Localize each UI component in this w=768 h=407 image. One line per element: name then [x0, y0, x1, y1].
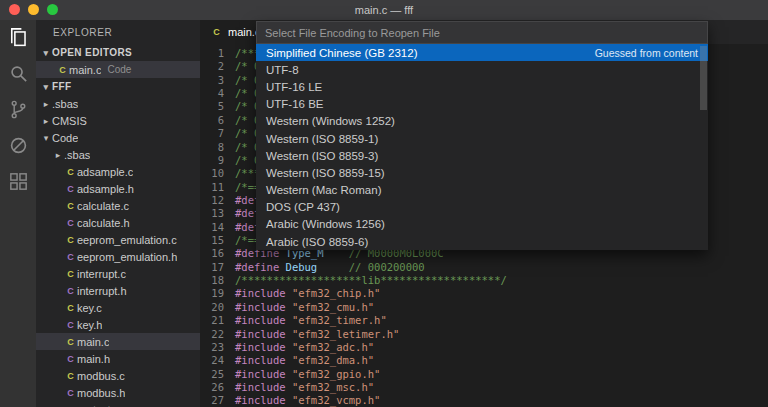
tree-item-label: key.c [77, 302, 102, 314]
encoding-option-label: UTF-8 [266, 64, 299, 76]
close-button[interactable] [9, 4, 20, 15]
code-text: #include "efm32_timer.h" [235, 314, 387, 327]
root-folder-label: FFF [52, 81, 72, 92]
tree-item-label: .sbas [52, 98, 78, 110]
file-interrupt.c[interactable]: Cinterrupt.c [36, 265, 200, 282]
line-number: 25 [200, 368, 224, 381]
encoding-option-label: UTF-16 LE [266, 81, 322, 93]
line-number: 24 [200, 354, 224, 367]
encoding-option[interactable]: Western (ISO 8859-15) [256, 164, 708, 181]
file-modbus.c[interactable]: Cmodbus.c [36, 367, 200, 384]
line-number: 11 [200, 181, 224, 194]
chevron-right-icon: ▸ [52, 150, 64, 160]
code-line[interactable]: 23#include "efm32_adc.h" [200, 341, 768, 354]
explorer-header: EXPLORER [36, 20, 200, 44]
encoding-option-description: Guessed from content [595, 47, 698, 59]
root-folder-header[interactable]: ▾ FFF [36, 78, 200, 95]
code-line[interactable]: 17#define Debug // 000200000 [200, 261, 768, 274]
code-line[interactable]: 22#include "efm32_letimer.h" [200, 328, 768, 341]
encoding-option[interactable]: Western (ISO 8859-1) [256, 130, 708, 147]
file-key.c[interactable]: Ckey.c [36, 299, 200, 316]
code-line[interactable]: 21#include "efm32_timer.h" [200, 314, 768, 327]
line-number: 21 [200, 314, 224, 327]
c-file-icon: C [64, 337, 77, 347]
open-editor-item[interactable]: Cmain.cCode [36, 61, 200, 78]
encoding-option-label: Western (Windows 1252) [266, 115, 395, 127]
chevron-right-icon: ▸ [40, 116, 52, 126]
minimize-button[interactable] [28, 4, 39, 15]
line-number: 17 [200, 261, 224, 274]
encoding-option[interactable]: UTF-16 BE [256, 96, 708, 113]
open-editors-section-header[interactable]: ▾ OPEN EDITORS [36, 44, 200, 61]
file-main.h[interactable]: Cmain.h [36, 350, 200, 367]
zoom-button[interactable] [47, 4, 58, 15]
search-icon[interactable] [7, 62, 30, 85]
explorer-sidebar: EXPLORER ▾ OPEN EDITORS Cmain.cCode ▾ FF… [36, 20, 200, 407]
file-protect.c[interactable]: Cprotect.c [36, 401, 200, 407]
code-text: #include "efm32_adc.h" [235, 341, 374, 354]
code-line[interactable]: 19#include "efm32_chip.h" [200, 287, 768, 300]
h-file-icon: C [64, 218, 77, 228]
encoding-option-label: Simplified Chinese (GB 2312) [266, 47, 418, 59]
code-text: #include "efm32_msc.h" [235, 381, 374, 394]
code-line[interactable]: 24#include "efm32_dma.h" [200, 354, 768, 367]
code-line[interactable]: 26#include "efm32_msc.h" [200, 381, 768, 394]
extensions-icon[interactable] [7, 170, 30, 193]
line-number: 10 [200, 167, 224, 180]
encoding-option[interactable]: Western (Windows 1252) [256, 113, 708, 130]
folder-.sbas[interactable]: ▸.sbas [36, 95, 200, 112]
encoding-option-label: Western (ISO 8859-3) [266, 150, 378, 162]
encoding-option-label: Western (Mac Roman) [266, 184, 381, 196]
line-number: 27 [200, 394, 224, 407]
file-main.c[interactable]: Cmain.c [36, 333, 200, 350]
encoding-option[interactable]: Simplified Chinese (GB 2312)Guessed from… [256, 44, 708, 61]
file-calculate.h[interactable]: Ccalculate.h [36, 214, 200, 231]
encoding-option[interactable]: DOS (CP 437) [256, 199, 708, 216]
folder-CMSIS[interactable]: ▸CMSIS [36, 112, 200, 129]
source-control-icon[interactable] [7, 98, 30, 121]
h-file-icon: C [64, 286, 77, 296]
c-file-icon: C [64, 303, 77, 313]
encoding-option[interactable]: Western (Mac Roman) [256, 182, 708, 199]
tree-item-label: protect.c [77, 404, 119, 407]
quick-pick-input[interactable]: Select File Encoding to Reopen File [256, 21, 708, 44]
line-number: 5 [200, 100, 224, 113]
encoding-option[interactable]: UTF-8 [256, 61, 708, 78]
file-eeprom_emulation.h[interactable]: Ceeprom_emulation.h [36, 248, 200, 265]
tree-item-label: main.c [77, 336, 109, 348]
explorer-icon[interactable] [7, 26, 30, 49]
file-eeprom_emulation.c[interactable]: Ceeprom_emulation.c [36, 231, 200, 248]
folder-Code[interactable]: ▾Code [36, 129, 200, 146]
file-interrupt.h[interactable]: Cinterrupt.h [36, 282, 200, 299]
encoding-option[interactable]: UTF-16 LE [256, 78, 708, 95]
file-adsample.c[interactable]: Cadsample.c [36, 163, 200, 180]
encoding-option[interactable]: Arabic (ISO 8859-6) [256, 233, 708, 250]
tree-item-label: calculate.h [77, 217, 130, 229]
folder-.sbas[interactable]: ▸.sbas [36, 146, 200, 163]
c-file-icon: C [64, 269, 77, 279]
encoding-quick-pick: Select File Encoding to Reopen File Simp… [256, 21, 708, 250]
file-adsample.h[interactable]: Cadsample.h [36, 180, 200, 197]
tree-item-label: Code [52, 132, 78, 144]
c-file-icon: C [64, 167, 77, 177]
open-editors-label: OPEN EDITORS [52, 47, 132, 58]
line-number: 12 [200, 194, 224, 207]
file-calculate.c[interactable]: Ccalculate.c [36, 197, 200, 214]
code-line[interactable]: 25#include "efm32_gpio.h" [200, 368, 768, 381]
code-line[interactable]: 18/*******************lib***************… [200, 274, 768, 287]
scrollbar-thumb[interactable] [700, 46, 707, 110]
activity-bar [0, 20, 36, 407]
debug-icon[interactable] [7, 134, 30, 157]
tree-item-label: adsample.c [77, 166, 133, 178]
tree-item-label: .sbas [64, 149, 90, 161]
file-modbus.h[interactable]: Cmodbus.h [36, 384, 200, 401]
code-line[interactable]: 27#include "efm32_vcmp.h" [200, 394, 768, 407]
file-key.h[interactable]: Ckey.h [36, 316, 200, 333]
encoding-option-label: Western (ISO 8859-15) [266, 167, 385, 179]
encoding-option[interactable]: Arabic (Windows 1256) [256, 216, 708, 233]
encoding-option[interactable]: Western (ISO 8859-3) [256, 147, 708, 164]
vscode-window: main.c — fff EXPLORER ▾ OPEN EDITORS Cma… [0, 0, 768, 407]
code-line[interactable]: 20#include "efm32_cmu.h" [200, 301, 768, 314]
open-editors-list: Cmain.cCode [36, 61, 200, 78]
c-file-icon: C [210, 27, 223, 37]
